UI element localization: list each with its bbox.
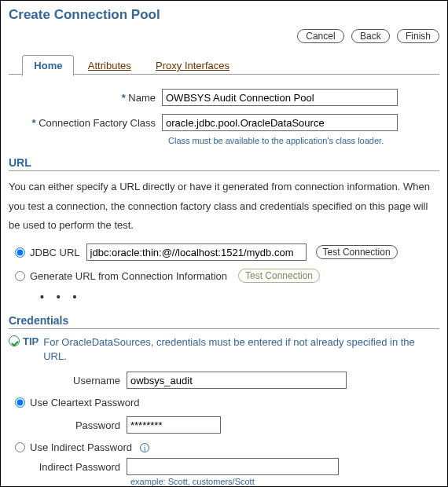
- tab-strip: Home Attributes Proxy Interfaces: [9, 54, 439, 75]
- password-field[interactable]: [127, 416, 221, 434]
- jdbc-url-field[interactable]: [86, 244, 307, 261]
- test-connection-button-disabled: Test Connection: [238, 269, 320, 283]
- indirect-password-label: Indirect Password: [24, 461, 127, 473]
- name-field[interactable]: [162, 89, 398, 106]
- cleartext-label: Use Cleartext Password: [30, 397, 139, 408]
- tip-text: For OracleDataSources, credentials must …: [43, 335, 439, 364]
- jdbc-url-radio[interactable]: [15, 247, 25, 258]
- jdbc-url-label: JDBC URL: [30, 247, 80, 258]
- ellipsis-icon: • • •: [40, 291, 439, 303]
- indirect-radio[interactable]: [15, 442, 25, 452]
- tab-attributes[interactable]: Attributes: [77, 56, 142, 75]
- test-connection-button[interactable]: Test Connection: [316, 245, 398, 259]
- info-icon[interactable]: i: [140, 443, 149, 452]
- name-label: * Name: [9, 92, 162, 104]
- cleartext-radio[interactable]: [15, 397, 25, 408]
- generate-url-label: Generate URL from Connection Information: [30, 270, 227, 282]
- factory-field[interactable]: [162, 114, 398, 131]
- back-button[interactable]: Back: [351, 29, 390, 43]
- page-title: Create Connection Pool: [9, 7, 439, 23]
- tab-home[interactable]: Home: [22, 55, 74, 76]
- username-label: Username: [24, 375, 127, 386]
- cancel-button[interactable]: Cancel: [297, 29, 343, 43]
- tip-check-icon: [9, 335, 20, 346]
- finish-button[interactable]: Finish: [397, 29, 439, 43]
- url-heading: URL: [9, 156, 439, 171]
- tip-label: TIP: [23, 335, 39, 347]
- header-buttons: Cancel Back Finish: [9, 29, 439, 43]
- indirect-password-field[interactable]: [127, 458, 339, 475]
- factory-label: * Connection Factory Class: [9, 117, 162, 129]
- indirect-label: Use Indirect Password: [30, 441, 132, 453]
- generate-url-radio[interactable]: [15, 271, 25, 281]
- password-label: Password: [24, 419, 127, 431]
- factory-helper: Class must be available to the applicati…: [168, 136, 439, 145]
- credentials-heading: Credentials: [9, 314, 439, 329]
- url-paragraph: You can either specify a URL directly or…: [9, 178, 439, 236]
- username-field[interactable]: [127, 372, 347, 389]
- indirect-example: example: Scott, customers/Scott: [130, 477, 439, 486]
- tab-proxy-interfaces[interactable]: Proxy Interfaces: [145, 56, 241, 75]
